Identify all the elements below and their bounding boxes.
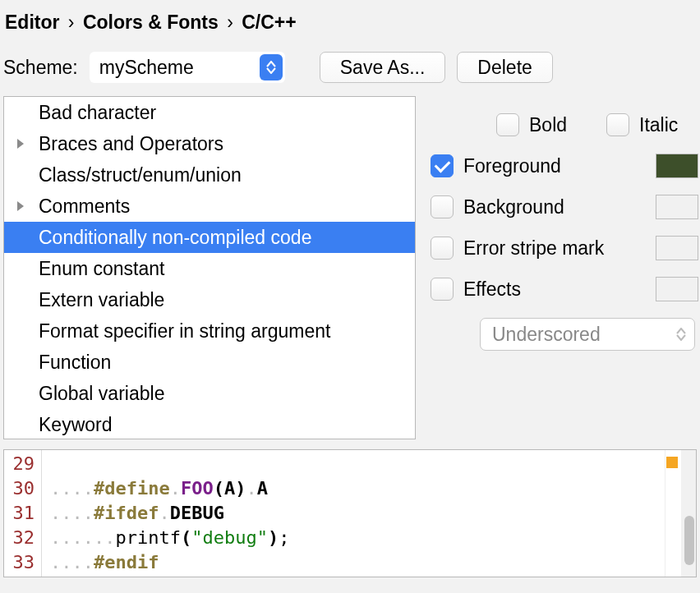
error-stripe-checkbox[interactable]: Error stripe mark: [431, 237, 604, 260]
breadcrumb: Editor › Colors & Fonts › C/C++: [0, 11, 700, 52]
updown-icon: [676, 328, 686, 341]
effects-type-value: Underscored: [492, 324, 601, 346]
list-item[interactable]: Global variable: [4, 378, 415, 409]
effects-type-select[interactable]: Underscored: [480, 318, 695, 351]
checkbox-icon: [431, 195, 454, 218]
list-item-label: Enum constant: [16, 258, 164, 280]
save-as-button[interactable]: Save As...: [320, 52, 446, 83]
line-number: 30: [4, 476, 35, 501]
code-preview: 2930313233 ....#define.FOO(A).A ....#ifd…: [3, 449, 697, 577]
list-item[interactable]: Class/struct/enum/union: [4, 159, 415, 191]
list-item[interactable]: Keyword: [4, 409, 415, 439]
background-checkbox[interactable]: Background: [431, 195, 564, 218]
effects-swatch[interactable]: [656, 277, 698, 301]
list-item-label: Class/struct/enum/union: [16, 164, 242, 186]
foreground-checkbox[interactable]: Foreground: [431, 154, 561, 177]
bold-label: Bold: [529, 114, 567, 136]
gutter: 2930313233: [4, 450, 42, 577]
checkbox-icon: [431, 237, 454, 260]
delete-button[interactable]: Delete: [457, 52, 552, 83]
list-item[interactable]: Function: [4, 347, 415, 378]
list-item-label: Comments: [39, 195, 130, 218]
foreground-label: Foreground: [463, 155, 561, 177]
error-stripe-label: Error stripe mark: [463, 237, 604, 260]
breadcrumb-lang: C/C++: [242, 11, 296, 33]
list-item-label: Bad character: [16, 102, 156, 124]
list-item[interactable]: Extern variable: [4, 284, 415, 315]
checkbox-icon: [606, 113, 629, 136]
marker-strip: [665, 450, 679, 577]
list-item-label: Conditionally non-compiled code: [16, 227, 311, 249]
breadcrumb-colors: Colors & Fonts: [83, 11, 219, 33]
background-swatch[interactable]: [656, 195, 698, 219]
effects-checkbox[interactable]: Effects: [431, 278, 521, 301]
list-item-label: Keyword: [16, 414, 112, 436]
breadcrumb-sep: ›: [65, 11, 78, 33]
bold-checkbox[interactable]: Bold: [496, 113, 567, 136]
updown-icon: [260, 54, 283, 80]
list-item[interactable]: Enum constant: [4, 253, 415, 284]
attribute-list[interactable]: Bad characterBraces and OperatorsClass/s…: [3, 96, 416, 439]
list-item[interactable]: Comments: [4, 191, 415, 222]
italic-label: Italic: [639, 114, 678, 136]
disclosure-icon[interactable]: [16, 138, 39, 149]
list-item[interactable]: Conditionally non-compiled code: [4, 222, 415, 253]
scheme-label: Scheme:: [3, 57, 78, 79]
line-number: 33: [4, 550, 35, 575]
options-pane: Bold Italic Foreground Background: [431, 96, 700, 439]
list-item-label: Format specifier in string argument: [16, 320, 330, 342]
list-item-label: Global variable: [16, 383, 164, 405]
list-item-label: Braces and Operators: [39, 133, 223, 155]
scrollbar-thumb[interactable]: [684, 516, 694, 565]
breadcrumb-sep: ›: [223, 11, 237, 33]
scheme-select[interactable]: myScheme: [90, 52, 285, 83]
list-item-label: Function: [16, 352, 111, 374]
error-stripe-swatch[interactable]: [656, 236, 698, 260]
list-item[interactable]: Format specifier in string argument: [4, 315, 415, 347]
background-label: Background: [463, 196, 564, 218]
disclosure-icon[interactable]: [16, 200, 39, 212]
breadcrumb-editor: Editor: [5, 11, 59, 33]
list-item[interactable]: Bad character: [4, 97, 415, 128]
foreground-swatch[interactable]: [656, 154, 698, 178]
effects-label: Effects: [463, 278, 521, 301]
scheme-value: myScheme: [99, 57, 194, 79]
code-body: ....#define.FOO(A).A ....#ifdef.DEBUG ..…: [42, 450, 289, 577]
checkbox-icon: [431, 278, 454, 301]
line-number: 31: [4, 501, 35, 526]
scrollbar[interactable]: [681, 450, 696, 577]
checkbox-icon: [496, 113, 519, 136]
warning-marker-icon[interactable]: [666, 457, 678, 468]
line-number: 29: [4, 452, 35, 476]
checkbox-icon: [431, 154, 454, 177]
list-item[interactable]: Braces and Operators: [4, 128, 415, 159]
line-number: 32: [4, 526, 35, 550]
list-item-label: Extern variable: [16, 289, 164, 311]
italic-checkbox[interactable]: Italic: [606, 113, 678, 136]
